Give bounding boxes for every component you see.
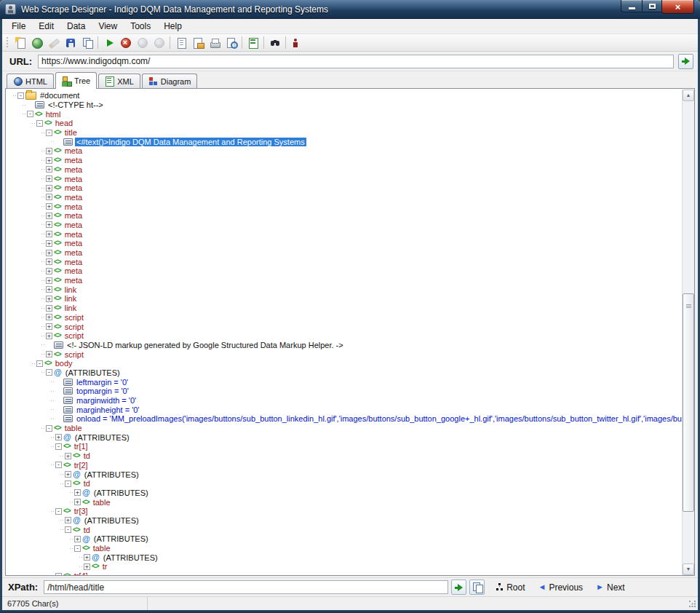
tree-node[interactable]: -<>body	[6, 359, 682, 368]
expand-toggle[interactable]: -	[36, 360, 43, 367]
maximize-button[interactable]	[642, 0, 661, 12]
back-button[interactable]	[134, 35, 151, 50]
title-bar[interactable]: Web Scrape Designer - Indigo DQM Data Ma…	[0, 0, 700, 19]
tree-node[interactable]: +<>link	[6, 304, 682, 313]
tree-node[interactable]: marginwidth = '0'	[6, 396, 682, 406]
expand-toggle[interactable]: +	[46, 314, 52, 320]
expand-toggle[interactable]: +	[65, 471, 71, 478]
tree-scrollbar[interactable]: ▲ ▼	[682, 90, 694, 575]
print-button[interactable]	[206, 35, 223, 50]
edit-button[interactable]	[45, 35, 62, 50]
tab-diagram[interactable]: Diagram	[142, 74, 198, 88]
expand-toggle[interactable]: +	[46, 185, 52, 191]
tree-node[interactable]: +<>meta	[6, 202, 682, 211]
forward-button[interactable]	[151, 35, 167, 50]
expand-toggle[interactable]: -	[55, 462, 62, 468]
tree-node[interactable]: -<>tr[2]	[6, 461, 682, 470]
menu-item-view[interactable]: View	[92, 20, 124, 33]
menu-item-data[interactable]: Data	[60, 20, 92, 33]
expand-toggle[interactable]: -	[74, 545, 81, 552]
tab-html[interactable]: HTML	[7, 74, 54, 88]
tree-node[interactable]: +<>script	[6, 322, 682, 331]
expand-toggle[interactable]: -	[55, 508, 62, 515]
expand-toggle[interactable]: -	[27, 111, 33, 117]
expand-toggle[interactable]: +	[46, 333, 52, 339]
expand-toggle[interactable]: +	[46, 258, 52, 265]
expand-toggle[interactable]: +	[65, 453, 71, 459]
tree-node[interactable]: +<>meta	[6, 266, 682, 276]
run-button[interactable]	[100, 35, 117, 50]
tree-node[interactable]: +@(ATTRIBUTES)	[6, 470, 682, 479]
root-button[interactable]: Root	[493, 581, 527, 594]
url-input[interactable]	[38, 55, 674, 68]
scroll-up-button[interactable]: ▲	[683, 90, 694, 101]
next-button[interactable]: ► Next	[594, 581, 627, 594]
tab-tree[interactable]: Tree	[55, 72, 97, 89]
tree-node[interactable]: +<>meta	[6, 165, 682, 175]
expand-toggle[interactable]: +	[46, 351, 52, 357]
expand-toggle[interactable]: +	[46, 277, 52, 284]
find-button[interactable]	[266, 35, 283, 50]
xpath-copy-button[interactable]	[469, 580, 485, 595]
expand-toggle[interactable]: +	[55, 573, 62, 575]
exit-button[interactable]	[288, 35, 305, 50]
expand-toggle[interactable]: +	[46, 323, 52, 330]
tab-xml[interactable]: XML	[98, 74, 140, 88]
tree-node[interactable]: +<>link	[6, 285, 682, 294]
xpath-input[interactable]	[44, 580, 448, 594]
expand-toggle[interactable]: -	[36, 120, 43, 127]
view-source-button[interactable]	[172, 35, 189, 50]
tree-node[interactable]: +<>meta	[6, 183, 682, 193]
expand-toggle[interactable]: +	[74, 489, 81, 496]
scroll-down-button[interactable]: ▼	[683, 563, 694, 575]
tree-node[interactable]: +@(ATTRIBUTES)	[6, 534, 682, 544]
expand-toggle[interactable]: +	[46, 194, 52, 200]
expand-toggle[interactable]: +	[84, 563, 90, 570]
tree-node[interactable]: marginheight = '0'	[6, 405, 682, 414]
expand-toggle[interactable]: +	[46, 166, 52, 173]
tree-node[interactable]: <#text()>Indigo DQM Data Management and …	[6, 137, 682, 146]
expand-toggle[interactable]: +	[46, 240, 52, 247]
expand-toggle[interactable]: -	[46, 425, 52, 432]
expand-toggle[interactable]: +	[46, 213, 52, 219]
expand-toggle[interactable]: +	[46, 221, 52, 228]
tree-node[interactable]: +<>script	[6, 349, 682, 359]
tree-node[interactable]: +<>meta	[6, 229, 682, 239]
tree-node[interactable]: +<>meta	[6, 156, 682, 165]
expand-toggle[interactable]: +	[84, 554, 90, 561]
xpath-go-button[interactable]	[451, 580, 466, 595]
tree-node[interactable]: +@(ATTRIBUTES)	[6, 553, 682, 562]
export-xml-button[interactable]	[244, 35, 261, 50]
tree-node[interactable]: +<>table	[6, 497, 682, 507]
expand-toggle[interactable]: +	[46, 175, 52, 182]
expand-toggle[interactable]: +	[46, 231, 52, 237]
expand-toggle[interactable]: -	[65, 526, 71, 533]
expand-toggle[interactable]: -	[65, 480, 71, 487]
url-go-button[interactable]	[678, 54, 693, 69]
tree-node[interactable]: +<>tr	[6, 562, 682, 572]
tree-node[interactable]: -<>table	[6, 544, 682, 553]
tree-node[interactable]: +<>meta	[6, 239, 682, 248]
tree-node[interactable]: +<>link	[6, 294, 682, 304]
expand-toggle[interactable]: +	[46, 203, 52, 210]
tree-node[interactable]: -<>tr[3]	[6, 507, 682, 516]
expand-toggle[interactable]: -	[55, 443, 62, 450]
tree-node[interactable]: +@(ATTRIBUTES)	[6, 489, 682, 498]
menu-item-tools[interactable]: Tools	[124, 20, 157, 33]
tree-node[interactable]: -@(ATTRIBUTES)	[6, 368, 682, 378]
tree-node[interactable]: +<>meta	[6, 257, 682, 266]
tree-node[interactable]: <!- JSON-LD markup generated by Google S…	[6, 341, 682, 350]
tree-node[interactable]: +<>meta	[6, 193, 682, 202]
resize-grip[interactable]	[689, 601, 696, 608]
expand-toggle[interactable]: -	[46, 369, 52, 376]
properties-button[interactable]	[189, 35, 206, 50]
menu-item-edit[interactable]: Edit	[32, 20, 60, 33]
expand-toggle[interactable]: +	[46, 148, 52, 154]
tree-node[interactable]: +<>meta	[6, 248, 682, 258]
copy-button[interactable]	[79, 35, 95, 50]
tree-node[interactable]: +<>meta	[6, 174, 682, 183]
tree-node[interactable]: +<>script	[6, 313, 682, 323]
tree-node[interactable]: leftmargin = '0'	[6, 377, 682, 387]
tree-node[interactable]: +<>meta	[6, 146, 682, 156]
tree-node[interactable]: +<>meta	[6, 276, 682, 285]
